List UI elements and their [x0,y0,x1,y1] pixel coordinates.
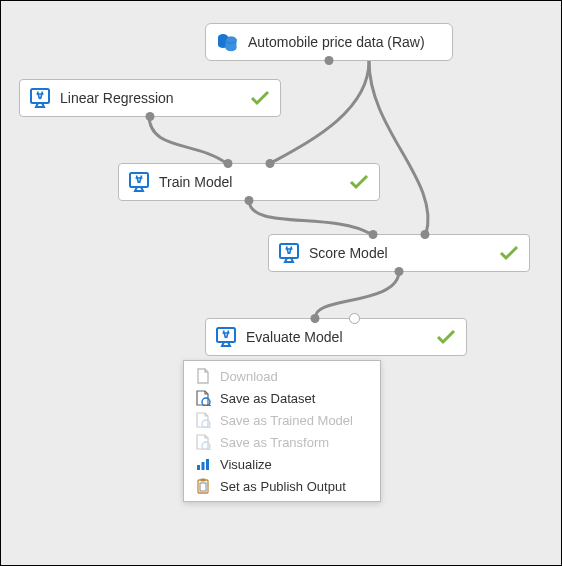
menu-item-label: Download [220,369,278,384]
menu-item-visualize[interactable]: Visualize [184,453,380,475]
port-in-left[interactable] [369,230,378,239]
menu-item-save-as-transform: Save as Transform [184,431,380,453]
menu-item-save-as-dataset[interactable]: Save as Dataset [184,387,380,409]
module-icon [216,327,236,347]
chart-icon [194,456,212,472]
menu-item-label: Save as Transform [220,435,329,450]
svg-rect-17 [197,465,200,470]
transform-doc-icon [194,434,212,450]
svg-rect-9 [280,244,298,258]
port-in-right[interactable] [265,159,274,168]
port-out[interactable] [325,56,334,65]
node-label: Train Model [159,174,232,190]
node-label: Evaluate Model [246,329,343,345]
port-in-right[interactable] [421,230,430,239]
node-score-model[interactable]: Score Model [268,234,530,272]
port-out[interactable] [245,196,254,205]
node-label: Automobile price data (Raw) [248,34,425,50]
svg-line-16 [209,449,211,450]
node-label: Linear Regression [60,90,174,106]
node-evaluate-model[interactable]: Evaluate Model [205,318,467,356]
status-check-icon [234,90,270,106]
module-icon [129,172,149,192]
menu-item-label: Set as Publish Output [220,479,346,494]
svg-rect-8 [130,173,148,187]
menu-item-download: Download [184,365,380,387]
node-train-model[interactable]: Train Model [118,163,380,201]
port-in-left[interactable] [224,159,233,168]
port-in-left[interactable] [311,314,320,323]
svg-line-14 [209,427,211,428]
database-icon [216,32,238,52]
dataset-doc-icon [194,390,212,406]
svg-point-5 [226,45,237,51]
svg-rect-10 [217,328,235,342]
svg-rect-21 [201,479,206,482]
menu-item-label: Visualize [220,457,272,472]
svg-line-12 [209,405,211,406]
menu-item-save-as-trained-model: Save as Trained Model [184,409,380,431]
status-check-icon [333,174,369,190]
menu-item-set-as-publish-output[interactable]: Set as Publish Output [184,475,380,497]
svg-rect-7 [31,89,49,103]
canvas[interactable]: Automobile price data (Raw) Linear Regre… [0,0,562,566]
node-automobile-price-data[interactable]: Automobile price data (Raw) [205,23,453,61]
menu-item-label: Save as Trained Model [220,413,353,428]
module-icon [30,88,50,108]
svg-rect-22 [200,483,206,491]
svg-rect-18 [202,462,205,470]
menu-item-label: Save as Dataset [220,391,315,406]
port-in-right-empty[interactable] [349,313,360,324]
clipboard-icon [194,478,212,494]
svg-rect-19 [206,459,209,470]
status-check-icon [420,329,456,345]
document-icon [194,368,212,384]
port-out[interactable] [395,267,404,276]
context-menu: Download Save as Dataset Save as Trained… [183,360,381,502]
node-label: Score Model [309,245,388,261]
port-out[interactable] [146,112,155,121]
trained-model-doc-icon [194,412,212,428]
status-check-icon [483,245,519,261]
node-linear-regression[interactable]: Linear Regression [19,79,281,117]
module-icon [279,243,299,263]
